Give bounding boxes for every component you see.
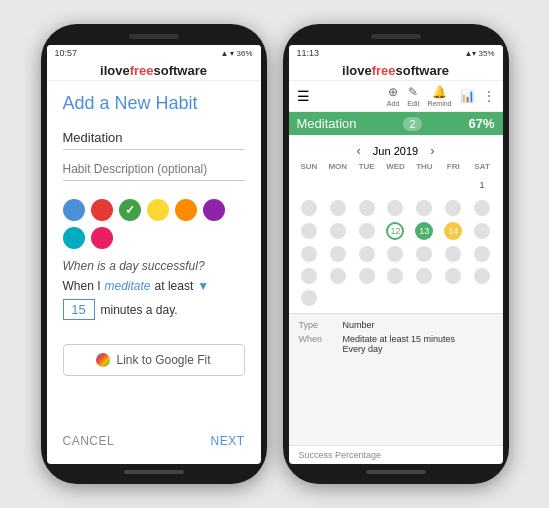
color-red[interactable] — [91, 199, 113, 221]
add-label: Add — [387, 100, 399, 107]
right-status-time: 11:13 — [297, 48, 320, 58]
left-signal-icon: ▲ — [221, 49, 229, 58]
left-status-time: 10:57 — [55, 48, 78, 58]
cal-cell-4[interactable] — [352, 197, 381, 219]
cal-header-tue: TUE — [352, 162, 381, 171]
cal-cell-14[interactable]: 14 — [439, 219, 468, 243]
cal-cell — [295, 173, 324, 197]
next-month-button[interactable]: › — [430, 143, 434, 158]
brand-ilove: ilove — [100, 63, 130, 78]
cal-cell-1[interactable]: 1 — [468, 173, 497, 197]
toolbar-chart[interactable]: 📊 — [460, 89, 475, 103]
more-icon: ⋮ — [483, 89, 495, 103]
right-battery-text: 35% — [478, 49, 494, 58]
color-circles — [63, 199, 245, 249]
remind-icon: 🔔 — [432, 85, 447, 99]
cal-header-sat: SAT — [468, 162, 497, 171]
success-percentage-label: Success Percentage — [299, 450, 382, 460]
cal-header-row: SUN MON TUE WED THU FRI SAT — [295, 162, 497, 173]
toolbar-add[interactable]: ⊕ Add — [387, 85, 399, 107]
left-content-area: Add a New Habit When is a day successful… — [47, 81, 261, 464]
color-pink[interactable] — [91, 227, 113, 249]
cal-cell-5[interactable] — [381, 197, 410, 219]
when-row: When I meditate at least ▼ — [63, 279, 245, 293]
type-value: Number — [343, 320, 375, 330]
cal-row-3: 12 13 14 — [295, 219, 497, 243]
minutes-input[interactable]: 15 — [63, 299, 95, 320]
add-habit-title: Add a New Habit — [63, 93, 245, 114]
cal-cell-20[interactable] — [410, 243, 439, 265]
color-yellow[interactable] — [147, 199, 169, 221]
toolbar-edit[interactable]: ✎ Edit — [407, 85, 419, 107]
right-phone-screen: 11:13 ▲▾ 35% ilovefreesoftware ☰ ⊕ Add — [289, 45, 503, 464]
right-toolbar: ☰ ⊕ Add ✎ Edit 🔔 Remind 📊 — [289, 81, 503, 112]
phone-speaker-right — [371, 34, 421, 39]
cal-cell-21[interactable] — [439, 243, 468, 265]
brand-software: software — [154, 63, 207, 78]
google-fit-icon — [96, 353, 110, 367]
cal-cell-30[interactable] — [295, 287, 324, 309]
color-purple[interactable] — [203, 199, 225, 221]
cal-cell-11[interactable] — [352, 219, 381, 243]
cal-cell-18[interactable] — [352, 243, 381, 265]
cal-cell-empty — [439, 287, 468, 309]
prev-month-button[interactable]: ‹ — [357, 143, 361, 158]
color-orange[interactable] — [175, 199, 197, 221]
edit-label: Edit — [407, 100, 419, 107]
right-habit-name: Meditation — [297, 116, 357, 131]
remind-label: Remind — [427, 100, 451, 107]
cal-cell — [352, 173, 381, 197]
cal-cell-23[interactable] — [295, 265, 324, 287]
cal-cell-16[interactable] — [295, 243, 324, 265]
cal-cell-13[interactable]: 13 — [410, 219, 439, 243]
cal-cell-27[interactable] — [410, 265, 439, 287]
cal-cell — [323, 173, 352, 197]
color-green[interactable] — [119, 199, 141, 221]
cal-cell-19[interactable] — [381, 243, 410, 265]
cal-cell-7[interactable] — [439, 197, 468, 219]
cal-row-2 — [295, 197, 497, 219]
toolbar-remind[interactable]: 🔔 Remind — [427, 85, 451, 107]
right-status-right: ▲▾ 35% — [465, 49, 495, 58]
google-fit-button[interactable]: Link to Google Fit — [63, 344, 245, 376]
cal-cell-12[interactable]: 12 — [381, 219, 410, 243]
cal-cell-15[interactable] — [468, 219, 497, 243]
cal-cell-28[interactable] — [439, 265, 468, 287]
cal-cell-empty — [381, 287, 410, 309]
cal-header-wed: WED — [381, 162, 410, 171]
color-cyan[interactable] — [63, 227, 85, 249]
toolbar-more[interactable]: ⋮ — [483, 89, 495, 103]
right-home-bar — [366, 470, 426, 474]
cal-cell-25[interactable] — [352, 265, 381, 287]
habit-description-input[interactable] — [63, 158, 245, 181]
cal-cell-9[interactable] — [295, 219, 324, 243]
cal-cell-24[interactable] — [323, 265, 352, 287]
right-brand-ilove: ilove — [342, 63, 372, 78]
info-when-label: When — [299, 334, 335, 354]
cal-header-thu: THU — [410, 162, 439, 171]
cal-cell-6[interactable] — [410, 197, 439, 219]
cal-cell-3[interactable] — [323, 197, 352, 219]
cal-cell-10[interactable] — [323, 219, 352, 243]
when-condition: at least — [155, 279, 194, 293]
cal-cell-26[interactable] — [381, 265, 410, 287]
toolbar-icons: ⊕ Add ✎ Edit 🔔 Remind 📊 ⋮ — [387, 85, 495, 107]
cal-row-1: 1 — [295, 173, 497, 197]
when-arrow: ▼ — [197, 279, 209, 293]
cal-cell-8[interactable] — [468, 197, 497, 219]
menu-icon[interactable]: ☰ — [297, 88, 310, 104]
right-status-bar: 11:13 ▲▾ 35% — [289, 45, 503, 61]
bottom-actions: CANCEL NEXT — [63, 426, 245, 452]
left-home-bar — [124, 470, 184, 474]
habit-header-bar: Meditation 2 67% — [289, 112, 503, 135]
habit-name-input[interactable] — [63, 126, 245, 150]
next-button[interactable]: NEXT — [210, 434, 244, 448]
cal-cell-17[interactable] — [323, 243, 352, 265]
cal-cell-29[interactable] — [468, 265, 497, 287]
cancel-button[interactable]: CANCEL — [63, 434, 115, 448]
left-brand-header: ilovefreesoftware — [47, 61, 261, 81]
cal-cell-2[interactable] — [295, 197, 324, 219]
cal-cell-22[interactable] — [468, 243, 497, 265]
color-blue[interactable] — [63, 199, 85, 221]
cal-cell-empty — [352, 287, 381, 309]
